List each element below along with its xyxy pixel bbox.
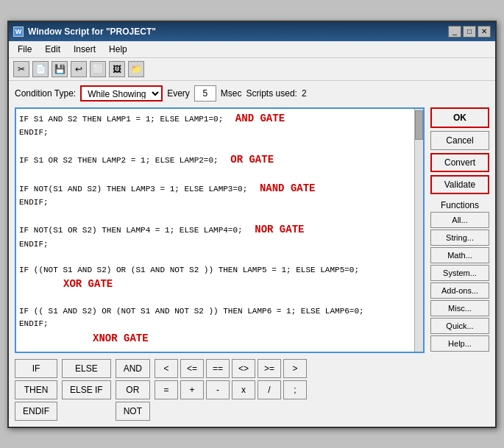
op-div-button[interactable]: / xyxy=(258,380,281,399)
keywords-col3: AND OR NOT xyxy=(116,359,150,421)
close-button[interactable]: ✕ xyxy=(478,26,491,38)
menu-edit[interactable]: Edit xyxy=(39,43,66,56)
kw-not-button[interactable]: NOT xyxy=(116,402,150,421)
script-line-spacer5 xyxy=(19,294,420,305)
window-title: Window Script for "PROJECT" xyxy=(28,26,156,37)
script-line-spacer3 xyxy=(19,210,420,221)
op-eq-button[interactable]: == xyxy=(206,359,230,378)
validate-button[interactable]: Validate xyxy=(430,175,489,194)
script-line-spacer1 xyxy=(19,140,420,151)
func-math-button[interactable]: Math... xyxy=(430,247,489,263)
minimize-button[interactable]: _ xyxy=(448,26,461,38)
scripts-label: Scripts used: xyxy=(246,88,297,99)
scrollbar[interactable] xyxy=(414,109,423,352)
menu-bar: File Edit Insert Help xyxy=(9,41,495,58)
script-line-1-endif: ENDIF; xyxy=(19,127,420,138)
title-bar: W Window Script for "PROJECT" _ □ ✕ xyxy=(9,22,495,41)
kw-elseif-button[interactable]: ELSE IF xyxy=(62,380,111,399)
ok-button[interactable]: OK xyxy=(430,107,489,128)
func-help-button[interactable]: Help... xyxy=(430,335,489,352)
rect-button[interactable]: ⬜ xyxy=(90,61,106,77)
kw-and-button[interactable]: AND xyxy=(116,359,150,378)
image-button[interactable]: 🖼 xyxy=(109,61,125,77)
op-gt-button[interactable]: > xyxy=(283,359,307,378)
func-addons-button[interactable]: Add-ons... xyxy=(430,282,489,299)
script-line-1: IF S1 AND S2 THEN LAMP1 = 1; ELSE LAMP1=… xyxy=(19,112,420,127)
op-row2: = + - x / ; xyxy=(155,380,307,399)
functions-section: Functions All... String... Math... Syste… xyxy=(430,200,489,353)
func-system-button[interactable]: System... xyxy=(430,265,489,281)
title-buttons: _ □ ✕ xyxy=(448,26,491,38)
script-line-4-endif: ENDIF; xyxy=(19,239,420,250)
toolbar: ✂ 📄 💾 ↩ ⬜ 🖼 📁 xyxy=(9,58,495,81)
keywords-col1: IF THEN ENDIF xyxy=(15,359,57,421)
script-line-3-endif: ENDIF; xyxy=(19,197,420,208)
every-label: Every xyxy=(167,88,190,99)
undo-button[interactable]: ↩ xyxy=(71,61,87,77)
menu-help[interactable]: Help xyxy=(103,43,133,56)
operators-col: < <= == <> >= > = + - x / ; xyxy=(155,359,307,421)
op-lte-button[interactable]: <= xyxy=(180,359,204,378)
script-line-6-endif: ENDIF; xyxy=(19,319,420,330)
msec-label: Msec xyxy=(221,88,242,99)
every-input[interactable] xyxy=(194,85,216,102)
op-plus-button[interactable]: + xyxy=(180,380,204,399)
kw-endif-button[interactable]: ENDIF xyxy=(15,402,57,421)
script-line-3: IF NOT(S1 AND S2) THEN LAMP3 = 1; ELSE L… xyxy=(19,182,420,196)
op-gte-button[interactable]: >= xyxy=(258,359,281,378)
save-button[interactable]: 💾 xyxy=(52,61,68,77)
script-line-6-gate: XNOR GATE xyxy=(19,332,420,346)
func-all-button[interactable]: All... xyxy=(430,212,489,228)
main-window: W Window Script for "PROJECT" _ □ ✕ File… xyxy=(7,21,497,428)
maximize-button[interactable]: □ xyxy=(463,26,476,38)
keywords-col2: ELSE ELSE IF xyxy=(62,359,111,421)
menu-insert[interactable]: Insert xyxy=(68,43,102,56)
op-lt-button[interactable]: < xyxy=(155,359,178,378)
script-line-spacer4 xyxy=(19,252,420,263)
scroll-thumb[interactable] xyxy=(415,110,423,140)
script-line-5-gate: XOR GATE xyxy=(19,277,420,292)
kw-else-button[interactable]: ELSE xyxy=(62,359,111,378)
script-line-spacer2 xyxy=(19,168,420,179)
copy-button[interactable]: 📄 xyxy=(32,61,49,77)
content-area: IF S1 AND S2 THEN LAMP1 = 1; ELSE LAMP1=… xyxy=(15,107,489,353)
functions-label: Functions xyxy=(430,200,489,210)
func-quick-button[interactable]: Quick... xyxy=(430,318,489,334)
op-row1: < <= == <> >= > xyxy=(155,359,307,378)
op-minus-button[interactable]: - xyxy=(206,380,230,399)
bottom-section: IF THEN ENDIF ELSE ELSE IF AND OR NOT < … xyxy=(15,358,489,422)
title-bar-left: W Window Script for "PROJECT" xyxy=(13,26,156,37)
script-line-5: IF ((NOT S1 AND S2) OR (S1 AND NOT S2 ))… xyxy=(19,265,420,276)
func-string-button[interactable]: String... xyxy=(430,230,489,246)
cut-button[interactable]: ✂ xyxy=(13,61,29,77)
folder-button[interactable]: 📁 xyxy=(128,61,144,77)
kw-if-button[interactable]: IF xyxy=(15,359,57,378)
condition-type-select[interactable]: While Showing On Open On Close xyxy=(80,85,163,102)
kw-then-button[interactable]: THEN xyxy=(15,380,57,399)
op-neq-button[interactable]: <> xyxy=(232,359,255,378)
op-assign-button[interactable]: = xyxy=(155,380,178,399)
convert-button[interactable]: Convert xyxy=(430,153,489,172)
script-line-6: IF (( S1 AND S2) OR (NOT S1 AND NOT S2 )… xyxy=(19,306,420,317)
condition-row: Condition Type: While Showing On Open On… xyxy=(15,85,489,102)
main-content: Condition Type: While Showing On Open On… xyxy=(9,81,495,427)
script-editor[interactable]: IF S1 AND S2 THEN LAMP1 = 1; ELSE LAMP1=… xyxy=(15,107,425,353)
scripts-count: 2 xyxy=(302,88,307,99)
right-panel: OK Cancel Convert Validate Functions All… xyxy=(430,107,489,353)
condition-label: Condition Type: xyxy=(15,88,76,99)
op-mul-button[interactable]: x xyxy=(232,380,255,399)
func-misc-button[interactable]: Misc... xyxy=(430,300,489,316)
menu-file[interactable]: File xyxy=(12,43,38,56)
cancel-button[interactable]: Cancel xyxy=(430,131,489,150)
script-line-2: IF S1 OR S2 THEN LAMP2 = 1; ELSE LAMP2=0… xyxy=(19,153,420,168)
op-semi-button[interactable]: ; xyxy=(283,380,307,399)
script-line-4: IF NOT(S1 OR S2) THEN LAMP4 = 1; ELSE LA… xyxy=(19,223,420,238)
kw-or-button[interactable]: OR xyxy=(116,380,150,399)
window-icon: W xyxy=(13,26,24,37)
